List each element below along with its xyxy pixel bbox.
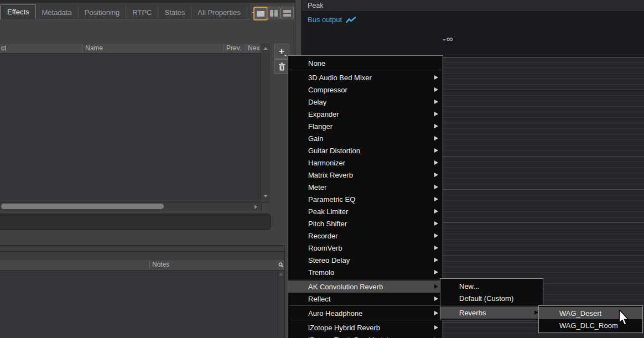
split-vertical-icon (270, 10, 273, 17)
column-divider[interactable] (82, 44, 82, 53)
convolution-reverb-submenu: New...Default (Custom)Reverbs (440, 278, 543, 320)
add-effect-button[interactable]: + (274, 44, 289, 59)
effects-table-body[interactable] (0, 54, 261, 202)
tab-positioning[interactable]: Positioning (79, 6, 127, 19)
submenu-arrow-icon (434, 112, 438, 116)
menu-item-stereo-delay[interactable]: Stereo Delay (288, 254, 443, 266)
column-header-next[interactable]: Next (248, 44, 260, 53)
submenu-arrow-icon (434, 284, 438, 289)
menu-item-label: Tremolo (308, 268, 334, 277)
dropdown-caret-icon (284, 55, 287, 56)
selected-object-field[interactable] (0, 214, 271, 230)
menu-item-label: Delay (308, 98, 326, 106)
submenu-arrow-icon (434, 325, 438, 330)
scroll-right-icon[interactable] (255, 205, 257, 209)
menu-item-guitar-distortion[interactable]: Guitar Distortion (288, 144, 443, 157)
column-divider[interactable] (224, 44, 224, 53)
submenu-arrow-icon (434, 148, 438, 153)
tab-states[interactable]: States (158, 6, 191, 19)
menu-item-3d-audio-bed-mixer[interactable]: 3D Audio Bed Mixer (288, 71, 443, 84)
submenu-item-default-custom[interactable]: Default (Custom) (440, 292, 543, 304)
notes-search-button[interactable] (278, 260, 284, 271)
scroll-down-icon[interactable] (263, 195, 268, 197)
submenu-arrow-icon (434, 136, 438, 141)
menu-item-meter[interactable]: Meter (288, 181, 443, 193)
mouse-cursor (617, 310, 630, 329)
menu-item-pitch-shifter[interactable]: Pitch Shifter (288, 217, 443, 230)
horizontal-scroll-thumb[interactable] (1, 204, 164, 209)
notes-table-body[interactable] (0, 271, 278, 338)
trash-icon (278, 63, 285, 71)
scroll-up-icon[interactable] (263, 47, 268, 50)
tab-all-properties[interactable]: All Properties (191, 6, 247, 19)
menu-item-gain[interactable]: Gain (288, 132, 443, 144)
menu-item-izotope-trash-box-modeler[interactable]: iZotope Trash Box Modeler (288, 334, 443, 338)
menu-item-label: Gain (308, 134, 323, 143)
menu-separator (289, 70, 442, 70)
tab-effects[interactable]: Effects (1, 4, 36, 19)
single-pane-icon (257, 11, 264, 17)
menu-item-expander[interactable]: Expander (288, 108, 443, 120)
menu-item-ak-convolution-reverb[interactable]: AK Convolution Reverb (288, 280, 443, 293)
column-divider[interactable] (149, 261, 150, 269)
menu-item-label: Default (Custom) (459, 294, 513, 303)
menu-item-flanger[interactable]: Flanger (288, 120, 443, 132)
menu-item-matrix-reverb[interactable]: Matrix Reverb (288, 169, 443, 181)
bus-output-section: Bus output -∞ (302, 12, 644, 57)
notes-table-header: Notes (0, 260, 278, 271)
menu-separator (289, 320, 442, 320)
menu-item-label: WAG_DLC_Room (559, 321, 618, 330)
menu-item-roomverb[interactable]: RoomVerb (288, 242, 443, 254)
menu-item-none[interactable]: None (288, 57, 443, 69)
panel-edge (284, 245, 285, 338)
submenu-arrow-icon (434, 185, 438, 189)
menu-item-tremolo[interactable]: Tremolo (288, 266, 443, 278)
split-vertical-view-button[interactable] (267, 7, 281, 19)
menu-item-label: Recorder (308, 232, 337, 240)
menu-item-label: Auro Headphone (308, 309, 362, 318)
split-horizontal-view-button[interactable] (281, 7, 294, 19)
meter-peak-header[interactable]: Peak (302, 0, 644, 12)
submenu-item-new[interactable]: New... (440, 280, 543, 292)
tab-metadata[interactable]: Metadata (36, 6, 79, 19)
menu-item-label: Reverbs (459, 309, 486, 317)
bus-output-link[interactable]: Bus output (308, 15, 356, 24)
menu-item-label: Harmonizer (308, 159, 345, 167)
horizontal-splitter-handle[interactable] (0, 246, 284, 251)
column-header-notes[interactable]: Notes (152, 260, 263, 269)
menu-item-label: Reflect (308, 295, 330, 303)
submenu-arrow-icon (434, 75, 438, 80)
submenu-arrow-icon (434, 221, 438, 226)
column-header-effect[interactable]: ct (1, 44, 79, 53)
submenu-arrow-icon (434, 233, 438, 238)
column-divider[interactable] (246, 44, 246, 53)
menu-item-peak-limiter[interactable]: Peak Limiter (288, 205, 443, 217)
menu-item-recorder[interactable]: Recorder (288, 230, 443, 242)
menu-item-parametric-eq[interactable]: Parametric EQ (288, 193, 443, 205)
menu-item-auro-headphone[interactable]: Auro Headphone (288, 307, 443, 319)
menu-item-label: Meter (308, 183, 326, 191)
delete-effect-button[interactable] (274, 59, 289, 74)
menu-item-reflect[interactable]: Reflect (288, 293, 443, 305)
menu-item-harmonizer[interactable]: Harmonizer (288, 157, 443, 169)
effects-vertical-scrollbar[interactable] (261, 44, 270, 202)
menu-item-label: Parametric EQ (308, 195, 355, 204)
view-tab-bar: EffectsMetadataPositioningRTPCStatesAll … (0, 3, 250, 19)
menu-item-compressor[interactable]: Compressor (288, 84, 443, 96)
menu-item-delay[interactable]: Delay (288, 96, 443, 108)
effects-view-panel: EffectsMetadataPositioningRTPCStatesAll … (0, 0, 295, 338)
menu-item-label: New... (459, 282, 479, 290)
tab-rtpc[interactable]: RTPC (126, 6, 158, 19)
menu-item-label: iZotope Trash Box Modeler (308, 336, 394, 338)
submenu-item-reverbs[interactable]: Reverbs (440, 306, 543, 319)
menu-item-label: iZotope Hybrid Reverb (308, 324, 380, 332)
menu-item-izotope-hybrid-reverb[interactable]: iZotope Hybrid Reverb (288, 321, 443, 334)
single-pane-view-button[interactable] (253, 7, 268, 20)
scroll-up-icon[interactable] (279, 273, 283, 275)
menu-item-label: Compressor (308, 86, 347, 94)
column-header-name[interactable]: Name (85, 44, 221, 53)
column-header-prev[interactable]: Prev. (226, 44, 244, 53)
peak-title: Peak (308, 2, 324, 9)
menu-item-label: AK Convolution Reverb (308, 283, 383, 291)
menu-separator (289, 305, 442, 306)
